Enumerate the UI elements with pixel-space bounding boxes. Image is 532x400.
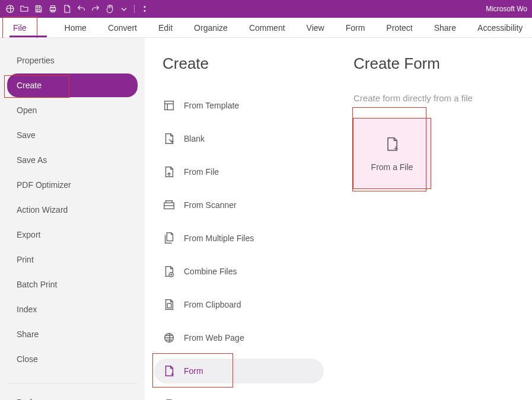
form-icon: + [163,364,176,377]
sidebar-item-label: Save [17,130,36,140]
svg-rect-2 [37,9,40,11]
sidebar-item-label: Create [17,81,42,90]
create-item-multiple-files[interactable]: From Multiple Files [163,226,324,251]
menu-item-label: Protect [386,23,412,33]
sidebar-item-pdf-optimizer[interactable]: PDF Optimizer [7,173,138,197]
sidebar-item-export[interactable]: Export [7,223,138,247]
sidebar-item-label: Save As [17,155,47,165]
window-title: Microsoft Wo [486,5,527,13]
sidebar-item-save[interactable]: Save [7,123,138,147]
titlebar: Microsoft Wo [0,0,532,18]
create-item-template[interactable]: From Template [163,93,324,118]
page-icon[interactable] [62,4,72,14]
create-item-web[interactable]: From Web Page [163,325,324,350]
sidebar-item-label: Close [17,354,38,364]
create-form-title: Create Form [353,55,520,73]
create-item-from-scanner[interactable]: From Scanner [163,193,324,217]
sidebar-item-preferences[interactable]: Preferences [7,383,138,400]
file-plus-icon: + [384,136,400,154]
sidebar-item-action-wizard[interactable]: Action Wizard [7,198,138,222]
multi-file-icon [163,232,176,245]
sidebar-item-label: Action Wizard [17,205,68,215]
menu-item-organize[interactable]: Organize [183,18,238,37]
menu-item-label: Comment [249,23,285,33]
create-item-combine[interactable]: Combine Files [163,259,324,284]
create-item-from-file[interactable]: From File [163,159,324,184]
save-icon[interactable] [33,4,44,14]
portfolio-icon [163,398,176,400]
menu-item-edit[interactable]: Edit [148,18,183,37]
scanner-icon [163,199,176,212]
svg-rect-1 [37,6,40,8]
sidebar-item-label: Batch Print [17,280,57,289]
file-icon [163,165,176,178]
create-form-panel: Create Form Create form directly from a … [342,38,532,400]
svg-text:+: + [393,143,398,152]
menu-item-comment[interactable]: Comment [238,18,296,37]
menu-item-convert[interactable]: Convert [97,18,148,37]
combine-icon [163,265,176,278]
sidebar-item-close[interactable]: Close [7,347,138,371]
sidebar-item-properties[interactable]: Properties [7,49,138,72]
menu-item-label: Form [346,23,365,33]
create-item-clipboard[interactable]: From Clipboard [163,292,324,317]
create-item-label: From Template [184,101,239,110]
chevron-down-icon[interactable] [119,4,129,14]
create-item-label: Combine Files [184,267,237,276]
from-a-file-button[interactable]: + From a File [353,119,431,188]
create-item-label: From Web Page [184,333,244,343]
menu-item-file[interactable]: File [2,18,54,37]
menu-item-label: Share [434,23,456,33]
main-area: Properties Create Open Save Save As PDF … [0,38,532,400]
menu-item-label: Home [65,23,87,33]
customize-icon[interactable] [139,4,150,14]
menu-item-home[interactable]: Home [54,18,97,37]
undo-icon[interactable] [76,4,87,14]
sidebar-item-share[interactable]: Share [7,322,138,346]
sidebar: Properties Create Open Save Save As PDF … [0,38,145,400]
create-item-label: From File [184,167,219,177]
create-item-label: From Clipboard [184,300,241,309]
sidebar-item-label: Properties [17,56,55,65]
sidebar-item-index[interactable]: Index [7,297,138,321]
menu-item-label: Accessibility [477,23,523,33]
app-logo-icon[interactable] [5,4,15,14]
sidebar-item-create[interactable]: Create [7,73,138,97]
menu-item-accessibility[interactable]: Accessibility [467,18,532,37]
hand-tool-icon[interactable] [104,4,115,14]
svg-rect-8 [165,101,174,110]
sidebar-item-print[interactable]: Print [7,248,138,271]
print-icon[interactable] [47,4,58,14]
sidebar-item-label: Preferences [17,398,61,400]
sidebar-item-batch-print[interactable]: Batch Print [7,273,138,296]
menu-item-view[interactable]: View [296,18,335,37]
titlebar-divider [134,5,135,13]
sidebar-item-save-as[interactable]: Save As [7,148,138,172]
sidebar-item-open[interactable]: Open [7,98,138,122]
folder-open-icon[interactable] [19,4,30,14]
menu-item-share[interactable]: Share [423,18,467,37]
sidebar-item-label: Index [17,305,37,314]
form-card-label: From a File [371,162,413,172]
create-item-form[interactable]: + Form [154,359,324,383]
titlebar-left [5,4,150,14]
menu-item-label: Convert [108,23,137,33]
sidebar-item-label: Open [17,105,37,115]
redo-icon[interactable] [90,4,101,14]
menu-item-label: Edit [158,23,173,33]
blank-icon: + [163,132,176,145]
menu-item-label: View [307,23,324,33]
menu-item-protect[interactable]: Protect [375,18,423,37]
create-item-portfolio[interactable]: PDF Portfolio [163,392,324,400]
svg-rect-7 [144,10,146,12]
create-title: Create [163,55,324,73]
svg-point-0 [7,5,14,12]
menu-item-label: File [13,23,27,33]
menu-item-form[interactable]: Form [335,18,376,37]
svg-rect-6 [144,6,146,8]
form-card-wrap: + From a File [353,119,431,188]
create-item-label: Blank [184,134,205,143]
sidebar-item-label: PDF Optimizer [17,180,71,190]
create-item-blank[interactable]: + Blank [163,126,324,151]
create-form-subtitle: Create form directly from a file [353,93,520,103]
